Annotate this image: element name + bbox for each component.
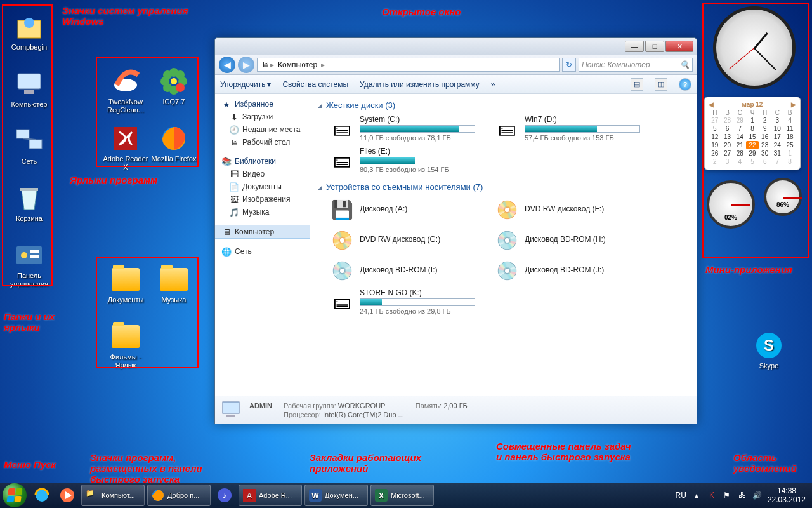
tray-kaspersky-icon[interactable]: K (707, 490, 717, 500)
network-icon: 🌐 (221, 246, 232, 257)
section-removable[interactable]: Устройства со съемными носителями (7) (318, 180, 689, 194)
quicklaunch-wmp[interactable] (55, 485, 80, 506)
folder-icon (112, 268, 140, 291)
breadcrumb-computer[interactable]: Компьютер (274, 60, 321, 69)
refresh-button[interactable]: ↻ (562, 58, 576, 72)
floppy-icon: 💾 (329, 197, 355, 222)
prev-month-icon[interactable]: ◀ (709, 101, 714, 108)
drive-dvdrw-g[interactable]: 📀DVD RW дисковод (G:) (329, 227, 475, 253)
sidebar-pictures[interactable]: 🖼Изображения (215, 193, 310, 206)
start-button[interactable] (3, 483, 27, 507)
next-month-icon[interactable]: ▶ (791, 101, 796, 108)
calendar-gadget[interactable]: ◀мар 12▶ ПВСЧПСВ272829123456789101112131… (704, 97, 801, 170)
drive-bd-i[interactable]: 💿Дисковод BD-ROM (I:) (329, 258, 475, 283)
calendar-grid: ПВСЧПСВ272829123456789101112131415161718… (709, 109, 796, 166)
drive-floppy[interactable]: 💾Дисковод (A:) (329, 197, 475, 222)
sidebar-downloads[interactable]: ⬇Загрузки (215, 110, 310, 123)
clock-gadget[interactable] (713, 6, 796, 89)
drive-win7[interactable]: 🖴Win7 (D:)57,4 ГБ свободно из 153 ГБ (494, 115, 640, 142)
drive-dvdrw-f[interactable]: 📀DVD RW дисковод (F:) (494, 197, 640, 222)
toolbar-organize[interactable]: Упорядочить ▾ (220, 80, 271, 89)
task-adobe[interactable]: AAdobe R... (239, 485, 302, 506)
desktop-icon-network[interactable]: Сеть (6, 126, 52, 166)
task-computer[interactable]: 📁Компьют... (81, 485, 145, 506)
desktop-icon-music[interactable]: Музыка (151, 264, 197, 304)
network-icon (14, 126, 44, 156)
tray-network-icon[interactable]: 🖧 (737, 490, 747, 500)
tray-clock[interactable]: 14:3822.03.2012 (768, 486, 806, 504)
svg-rect-2 (18, 74, 41, 89)
ie-icon (34, 487, 50, 504)
desktop-icon-recycle[interactable]: Корзина (6, 183, 52, 223)
firefox-icon (159, 123, 189, 154)
drive-storengo[interactable]: 🖴STORE N GO (K:)24,1 ГБ свободно из 29,8… (329, 288, 475, 315)
sidebar-music[interactable]: 🎵Музыка (215, 206, 310, 218)
cpu-meter-gadget[interactable]: 02% 86% (707, 178, 802, 229)
sidebar-computer[interactable]: 🖥Компьютер (215, 225, 310, 239)
toolbar-uninstall[interactable]: Удалить или изменить программу (360, 80, 480, 89)
svg-rect-26 (223, 402, 239, 413)
sidebar-network[interactable]: 🌐Сеть (215, 245, 310, 258)
view-button[interactable]: ▤ (631, 78, 643, 91)
close-button[interactable]: ✕ (665, 41, 693, 52)
nav-back-button[interactable]: ◀ (219, 57, 235, 73)
maximize-button[interactable]: □ (645, 41, 664, 52)
tray-lang[interactable]: RU (676, 491, 686, 500)
desktop-icon-computer[interactable]: Компьютер (6, 69, 52, 109)
sidebar-desktop[interactable]: 🖥Рабочий стол (215, 136, 310, 149)
downloads-icon: ⬇ (229, 112, 239, 122)
nav-forward-button[interactable]: ▶ (238, 57, 254, 73)
toolbar-more[interactable]: » (491, 80, 495, 89)
drive-bd-h[interactable]: 💿Дисковод BD-ROM (H:) (494, 227, 640, 253)
svg-point-17 (163, 70, 172, 79)
toolbar-sysprops[interactable]: Свойства системы (282, 80, 348, 89)
drive-system[interactable]: 🖴System (C:)11,0 ГБ свободно из 78,1 ГБ (329, 115, 475, 142)
drive-bd-j[interactable]: 💿Дисковод BD-ROM (J:) (494, 258, 640, 283)
computer-icon (14, 69, 44, 99)
tray-show-hidden-icon[interactable]: ▴ (691, 490, 702, 500)
desktop-icon-documents[interactable]: Документы (103, 264, 148, 304)
task-excel[interactable]: XMicrosoft... (370, 485, 434, 506)
folder-icon (112, 325, 140, 348)
sidebar-favorites[interactable]: ★Избранное (215, 98, 310, 110)
quicklaunch-itunes[interactable]: ♪ (212, 485, 237, 506)
svg-point-21 (171, 78, 177, 84)
section-hdd[interactable]: Жесткие диски (3) (318, 98, 689, 112)
tray-flag-icon[interactable]: ⚑ (722, 490, 732, 500)
svg-rect-4 (16, 130, 29, 138)
sidebar-recent[interactable]: 🕘Недавние места (215, 123, 310, 136)
preview-pane-button[interactable]: ◫ (655, 78, 667, 91)
desktop-icon-tweaknow[interactable]: TweakNow RegClean... (103, 66, 148, 114)
quicklaunch-ie[interactable] (29, 485, 55, 506)
task-firefox[interactable]: Добро п... (147, 485, 211, 506)
sidebar-documents[interactable]: 📄Документы (215, 180, 310, 193)
desktop-icon-cpanel[interactable]: Панель управления (6, 240, 52, 288)
recycle-bin-icon (14, 183, 44, 213)
svg-point-1 (24, 18, 34, 28)
libraries-icon: 📚 (221, 156, 232, 166)
drive-files[interactable]: 🖴Files (E:)80,3 ГБ свободно из 154 ГБ (329, 147, 475, 173)
desktop-icon-skype[interactable]: SSkype (746, 330, 792, 370)
desktop-icon-firefox[interactable]: Mozilla Firefox (151, 123, 197, 163)
task-word[interactable]: WДокумен... (304, 485, 368, 506)
tray-volume-icon[interactable]: 🔊 (752, 490, 763, 500)
sidebar-libraries[interactable]: 📚Библиотеки (215, 155, 310, 168)
callout-quicklaunch: Значки программ, размещенных в панели бы… (90, 452, 242, 485)
desktop-icon-films[interactable]: Фильмы - Ярлык (103, 321, 148, 370)
music-icon: 🎵 (229, 207, 239, 217)
titlebar[interactable]: — □ ✕ (215, 38, 697, 55)
excel-icon: X (375, 489, 388, 502)
desktop-icon-icq[interactable]: ICQ7.7 (151, 66, 197, 106)
help-button[interactable]: ? (679, 78, 691, 91)
search-input[interactable]: Поиск: Компьютер🔍 (579, 58, 693, 72)
sidebar-video[interactable]: 🎞Видео (215, 168, 310, 180)
desktop-icon-compbegin[interactable]: Compbegin (6, 11, 52, 51)
toolbar: Упорядочить ▾ Свойства системы Удалить и… (215, 75, 697, 94)
computer-icon: 🖥 (221, 227, 232, 237)
desktop-icon-adobe[interactable]: Adobe Reader X (103, 123, 148, 171)
svg-text:X: X (379, 491, 384, 500)
status-user: ADMIN (249, 402, 272, 410)
minimize-button[interactable]: — (625, 41, 644, 52)
address-bar[interactable]: 🖥 ▸ Компьютер ▸ (257, 58, 560, 72)
svg-point-19 (163, 83, 172, 92)
